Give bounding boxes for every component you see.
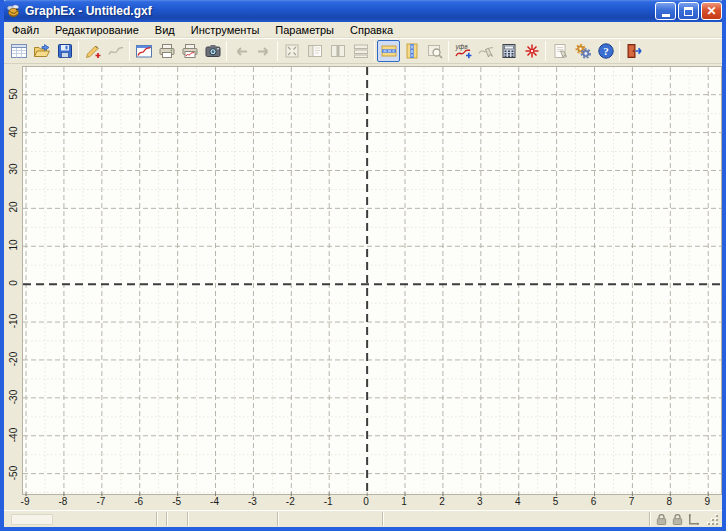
statusbar: [4, 510, 722, 527]
copy-image-icon: [204, 42, 222, 60]
save-file-icon: [56, 42, 74, 60]
toolbar-button-open-file[interactable]: [30, 40, 53, 62]
y-tick-label: 10: [8, 240, 19, 251]
toolbar-button-layout-panel[interactable]: [303, 40, 326, 62]
y-tick-label: -30: [8, 390, 19, 404]
toolbar-button-exit[interactable]: [622, 40, 645, 62]
statusbar-panel: [277, 512, 382, 526]
toolbar-button-trace-curve[interactable]: [474, 40, 497, 62]
print-icon: [158, 42, 176, 60]
menu-item-5[interactable]: Параметры: [267, 22, 342, 38]
toolbar-button-split-horizontal[interactable]: [349, 40, 372, 62]
add-function-icon: уфв: [454, 42, 472, 60]
menu-item-2[interactable]: Редактирование: [47, 22, 147, 38]
toolbar-button-x-axis-grid[interactable]: [377, 40, 400, 62]
toolbar-button-y-axis-grid[interactable]: [400, 40, 423, 62]
menu-item-3[interactable]: Вид: [147, 22, 183, 38]
y-tick-label: -10: [8, 314, 19, 328]
redo-icon: [255, 42, 273, 60]
x-axis-labels: -9-8-7-6-5-4-3-2-10123456789: [4, 495, 722, 510]
titlebar[interactable]: GraphEx - Untitled.gxf ✕: [0, 0, 726, 22]
statusbar-cell: [11, 514, 53, 525]
x-tick-label: -3: [248, 496, 257, 507]
toolbar-button-calculator[interactable]: [497, 40, 520, 62]
toolbar-button-chart-window[interactable]: [132, 40, 155, 62]
y-tick-label: -40: [8, 428, 19, 442]
toolbar-button-undo[interactable]: [229, 40, 252, 62]
minimize-button[interactable]: [655, 2, 676, 20]
toolbar-button-help[interactable]: ?: [594, 40, 617, 62]
toolbar-button-fit-view[interactable]: [280, 40, 303, 62]
menu-item-6[interactable]: Справка: [342, 22, 401, 38]
toolbar-button-split-vertical[interactable]: [326, 40, 349, 62]
y-axis-grid-icon: [403, 42, 421, 60]
x-tick-label: -1: [324, 496, 333, 507]
toolbar-button-settings[interactable]: [571, 40, 594, 62]
x-tick-label: -2: [286, 496, 295, 507]
toolbar-button-print-chart[interactable]: [178, 40, 201, 62]
statusbar-panel: [156, 512, 166, 526]
app-window: GraphEx - Untitled.gxf ✕ ФайлРедактирова…: [0, 0, 726, 531]
new-file-icon: [10, 42, 28, 60]
minimize-icon: [662, 14, 670, 17]
toolbar-separator: [277, 41, 278, 61]
highlight-point-icon: [523, 42, 541, 60]
statusbar-panel: [166, 512, 187, 526]
toolbar-button-add-curve[interactable]: [81, 40, 104, 62]
toolbar-separator: [545, 41, 546, 61]
toolbar-button-highlight-point[interactable]: [520, 40, 543, 62]
split-horizontal-icon: [352, 42, 370, 60]
toolbar-button-save-file[interactable]: [53, 40, 76, 62]
maximize-icon: [684, 7, 693, 16]
plot-grid: [23, 67, 723, 496]
x-tick-label: 8: [667, 496, 673, 507]
toolbar-separator: [78, 41, 79, 61]
plot-region: 50403020100-10-20-30-40-50 -9-8-7-6-5-4-…: [4, 64, 722, 510]
axes-icon[interactable]: [686, 512, 701, 527]
toolbar-button-copy-image[interactable]: [201, 40, 224, 62]
toolbar-separator: [448, 41, 449, 61]
toolbar-button-zoom-region[interactable]: [423, 40, 446, 62]
x-tick-label: 7: [629, 496, 635, 507]
toolbar-button-edit-curve[interactable]: [104, 40, 127, 62]
toolbar: уфв?: [4, 38, 722, 64]
maximize-button[interactable]: [678, 2, 699, 20]
menu-item-4[interactable]: Инструменты: [183, 22, 268, 38]
x-tick-label: 2: [439, 496, 445, 507]
y-tick-label: 20: [8, 202, 19, 213]
x-tick-label: 4: [515, 496, 521, 507]
toolbar-button-new-file[interactable]: [7, 40, 30, 62]
toolbar-separator: [129, 41, 130, 61]
report-icon: [551, 42, 569, 60]
toolbar-button-add-function[interactable]: уфв: [451, 40, 474, 62]
graphex-bee-icon: [5, 3, 21, 19]
toolbar-button-print[interactable]: [155, 40, 178, 62]
x-lock-icon[interactable]: [654, 512, 669, 527]
plot-area[interactable]: [22, 66, 722, 495]
x-tick-label: 9: [704, 496, 710, 507]
y-tick-label: -20: [8, 352, 19, 366]
x-tick-label: 5: [553, 496, 559, 507]
toolbar-button-redo[interactable]: [252, 40, 275, 62]
close-button[interactable]: ✕: [701, 2, 722, 20]
add-curve-icon: [84, 42, 102, 60]
x-tick-label: -5: [172, 496, 181, 507]
statusbar-panel: [8, 512, 156, 526]
window-title: GraphEx - Untitled.gxf: [25, 4, 655, 18]
x-tick-label: -7: [96, 496, 105, 507]
x-tick-label: 1: [401, 496, 407, 507]
open-file-icon: [33, 42, 51, 60]
print-chart-icon: [181, 42, 199, 60]
statusbar-icons: [649, 512, 705, 526]
fit-view-icon: [283, 42, 301, 60]
toolbar-button-report[interactable]: [548, 40, 571, 62]
y-lock-icon[interactable]: [670, 512, 685, 527]
menu-item-1[interactable]: Файл: [4, 22, 47, 38]
x-tick-label: -6: [134, 496, 143, 507]
x-tick-label: -9: [21, 496, 30, 507]
x-axis-grid-icon: [380, 42, 398, 60]
split-vertical-icon: [329, 42, 347, 60]
statusbar-panel: [187, 512, 277, 526]
resize-grip[interactable]: [705, 512, 720, 526]
edit-curve-icon: [107, 42, 125, 60]
